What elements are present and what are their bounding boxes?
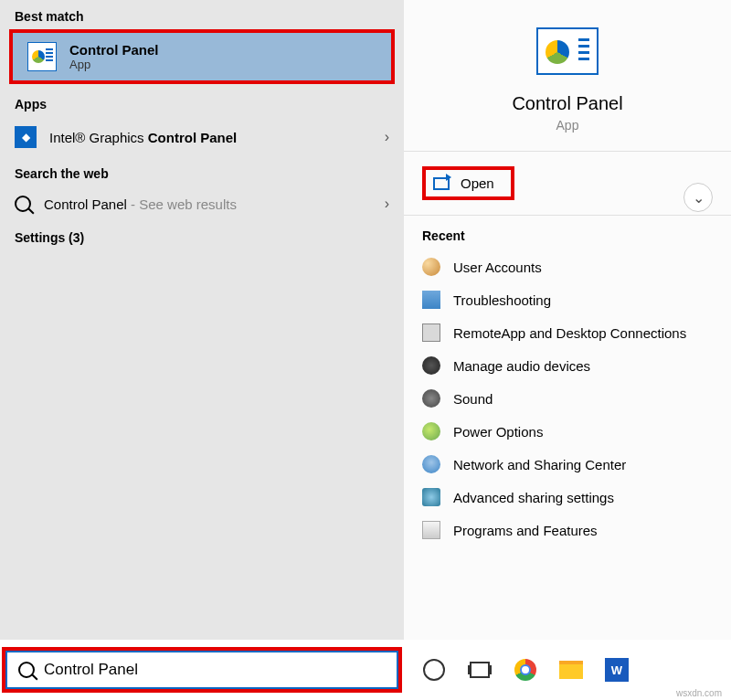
chevron-right-icon[interactable]: › bbox=[385, 196, 389, 212]
detail-panel: Control Panel App Open ⌄ Recent User Acc… bbox=[404, 0, 731, 640]
settings-header[interactable]: Settings (3) bbox=[0, 221, 404, 250]
search-box[interactable] bbox=[5, 651, 398, 689]
cortana-icon bbox=[423, 659, 445, 681]
chrome-button[interactable] bbox=[512, 656, 539, 684]
explorer-button[interactable] bbox=[557, 656, 585, 684]
apps-header: Apps bbox=[0, 88, 404, 117]
intel-icon: ◆ bbox=[15, 126, 37, 148]
best-match-header: Best match bbox=[0, 0, 404, 29]
watermark: wsxdn.com bbox=[676, 688, 722, 698]
control-panel-large-icon bbox=[536, 27, 599, 75]
best-match-control-panel[interactable]: Control Panel App bbox=[9, 29, 395, 84]
search-input[interactable] bbox=[44, 661, 386, 679]
detail-title: Control Panel bbox=[512, 93, 622, 114]
cortana-button[interactable] bbox=[420, 656, 448, 684]
app-label: Intel® Graphics Control Panel bbox=[49, 130, 372, 145]
remoteapp-icon bbox=[422, 323, 440, 342]
expand-button[interactable]: ⌄ bbox=[683, 183, 713, 212]
taskview-icon bbox=[470, 662, 490, 678]
control-panel-icon bbox=[27, 42, 57, 71]
network-icon bbox=[422, 455, 440, 473]
recent-header: Recent bbox=[404, 216, 731, 250]
detail-header: Control Panel App bbox=[404, 0, 731, 152]
word-button[interactable]: W bbox=[603, 656, 630, 684]
web-label: Control Panel - See web results bbox=[44, 196, 372, 212]
recent-programs-features[interactable]: Programs and Features bbox=[404, 514, 731, 546]
power-icon bbox=[422, 422, 440, 440]
open-icon bbox=[433, 177, 450, 190]
best-match-title: Control Panel bbox=[69, 42, 159, 58]
web-control-panel[interactable]: Control Panel - See web results › bbox=[0, 186, 404, 221]
recent-troubleshooting[interactable]: Troubleshooting bbox=[404, 283, 731, 316]
taskbar: W bbox=[0, 640, 731, 700]
users-icon bbox=[422, 258, 440, 276]
chevron-right-icon[interactable]: › bbox=[385, 129, 389, 145]
troubleshoot-icon bbox=[422, 291, 440, 309]
searchbox-highlight bbox=[2, 647, 402, 693]
recent-power-options[interactable]: Power Options bbox=[404, 415, 731, 448]
programs-icon bbox=[422, 521, 440, 539]
search-icon bbox=[18, 662, 35, 678]
best-match-text: Control Panel App bbox=[69, 42, 159, 71]
best-match-subtitle: App bbox=[69, 58, 159, 71]
explorer-icon bbox=[559, 661, 583, 679]
recent-user-accounts[interactable]: User Accounts bbox=[404, 250, 731, 283]
word-icon: W bbox=[605, 658, 629, 682]
sound-icon bbox=[422, 389, 440, 408]
search-icon bbox=[15, 196, 31, 212]
app-intel-graphics-control-panel[interactable]: ◆ Intel® Graphics Control Panel › bbox=[0, 117, 404, 157]
taskview-button[interactable] bbox=[466, 656, 493, 684]
advanced-icon bbox=[422, 488, 440, 506]
recent-audio-devices[interactable]: Manage audio devices bbox=[404, 349, 731, 382]
open-button[interactable]: Open bbox=[422, 166, 514, 200]
recent-network-sharing[interactable]: Network and Sharing Center bbox=[404, 448, 731, 481]
taskbar-icons: W bbox=[420, 656, 630, 684]
audio-icon bbox=[422, 356, 440, 375]
recent-remoteapp[interactable]: RemoteApp and Desktop Connections bbox=[404, 316, 731, 349]
detail-subtitle: App bbox=[556, 118, 579, 133]
open-label: Open bbox=[461, 175, 494, 191]
recent-advanced-sharing[interactable]: Advanced sharing settings bbox=[404, 481, 731, 514]
chrome-icon bbox=[514, 659, 536, 681]
open-row: Open ⌄ bbox=[404, 152, 731, 216]
search-web-header: Search the web bbox=[0, 157, 404, 186]
recent-sound[interactable]: Sound bbox=[404, 382, 731, 415]
results-panel: Best match Control Panel App Apps ◆ Inte… bbox=[0, 0, 404, 640]
